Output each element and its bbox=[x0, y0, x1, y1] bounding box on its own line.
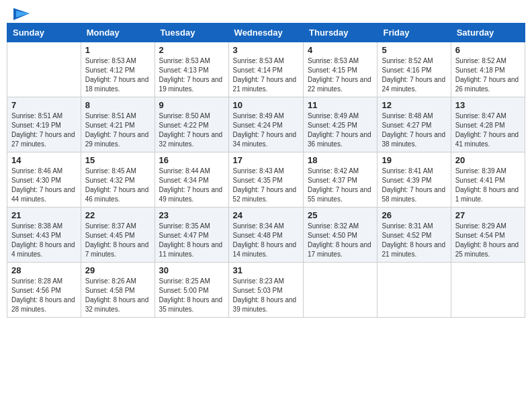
day-number: 25 bbox=[308, 210, 373, 220]
day-info: Sunrise: 8:53 AMSunset: 4:13 PMDaylight:… bbox=[159, 56, 224, 94]
day-cell bbox=[7, 42, 81, 97]
day-number: 21 bbox=[11, 210, 77, 220]
day-number: 29 bbox=[85, 265, 150, 275]
day-number: 1 bbox=[85, 45, 150, 55]
day-cell: 12Sunrise: 8:48 AMSunset: 4:27 PMDayligh… bbox=[378, 97, 451, 152]
day-info: Sunrise: 8:53 AMSunset: 4:15 PMDaylight:… bbox=[308, 56, 373, 94]
day-cell: 17Sunrise: 8:43 AMSunset: 4:35 PMDayligh… bbox=[228, 152, 303, 208]
day-number: 23 bbox=[159, 210, 224, 220]
day-cell: 24Sunrise: 8:34 AMSunset: 4:48 PMDayligh… bbox=[228, 208, 303, 263]
day-cell: 27Sunrise: 8:29 AMSunset: 4:54 PMDayligh… bbox=[451, 208, 525, 263]
day-cell: 9Sunrise: 8:50 AMSunset: 4:22 PMDaylight… bbox=[154, 97, 228, 152]
day-number: 5 bbox=[382, 45, 446, 55]
day-cell: 30Sunrise: 8:25 AMSunset: 5:00 PMDayligh… bbox=[154, 263, 228, 318]
week-row-4: 21Sunrise: 8:38 AMSunset: 4:43 PMDayligh… bbox=[7, 208, 525, 263]
logo-icon bbox=[7, 7, 32, 23]
day-number: 8 bbox=[85, 100, 150, 110]
day-number: 9 bbox=[159, 100, 224, 110]
day-info: Sunrise: 8:44 AMSunset: 4:34 PMDaylight:… bbox=[159, 167, 224, 204]
day-info: Sunrise: 8:49 AMSunset: 4:24 PMDaylight:… bbox=[233, 111, 299, 149]
day-info: Sunrise: 8:41 AMSunset: 4:39 PMDaylight:… bbox=[382, 167, 446, 204]
day-number: 6 bbox=[455, 45, 521, 55]
day-number: 31 bbox=[233, 265, 299, 275]
day-cell: 14Sunrise: 8:46 AMSunset: 4:30 PMDayligh… bbox=[7, 152, 81, 208]
day-cell: 13Sunrise: 8:47 AMSunset: 4:28 PMDayligh… bbox=[451, 97, 525, 152]
day-info: Sunrise: 8:35 AMSunset: 4:47 PMDaylight:… bbox=[159, 222, 224, 259]
day-info: Sunrise: 8:52 AMSunset: 4:18 PMDaylight:… bbox=[455, 56, 521, 94]
calendar-header-row: SundayMondayTuesdayWednesdayThursdayFrid… bbox=[7, 24, 525, 42]
day-info: Sunrise: 8:23 AMSunset: 5:03 PMDaylight:… bbox=[233, 277, 299, 314]
day-info: Sunrise: 8:38 AMSunset: 4:43 PMDaylight:… bbox=[11, 222, 77, 259]
day-info: Sunrise: 8:34 AMSunset: 4:48 PMDaylight:… bbox=[233, 222, 299, 259]
day-number: 17 bbox=[233, 155, 299, 165]
col-header-tuesday: Tuesday bbox=[154, 24, 228, 42]
day-cell bbox=[378, 263, 451, 318]
day-info: Sunrise: 8:48 AMSunset: 4:27 PMDaylight:… bbox=[382, 111, 446, 149]
day-info: Sunrise: 8:51 AMSunset: 4:21 PMDaylight:… bbox=[85, 111, 150, 149]
day-cell: 28Sunrise: 8:28 AMSunset: 4:56 PMDayligh… bbox=[7, 263, 81, 318]
day-info: Sunrise: 8:32 AMSunset: 4:50 PMDaylight:… bbox=[308, 222, 373, 259]
week-row-1: 1Sunrise: 8:53 AMSunset: 4:12 PMDaylight… bbox=[7, 42, 525, 97]
day-number: 14 bbox=[11, 155, 77, 165]
day-cell: 4Sunrise: 8:53 AMSunset: 4:15 PMDaylight… bbox=[304, 42, 378, 97]
day-cell: 6Sunrise: 8:52 AMSunset: 4:18 PMDaylight… bbox=[451, 42, 525, 97]
day-cell: 22Sunrise: 8:37 AMSunset: 4:45 PMDayligh… bbox=[81, 208, 154, 263]
day-cell: 15Sunrise: 8:45 AMSunset: 4:32 PMDayligh… bbox=[81, 152, 154, 208]
day-cell: 25Sunrise: 8:32 AMSunset: 4:50 PMDayligh… bbox=[304, 208, 378, 263]
day-number: 15 bbox=[85, 155, 150, 165]
day-cell: 2Sunrise: 8:53 AMSunset: 4:13 PMDaylight… bbox=[154, 42, 228, 97]
day-number: 27 bbox=[455, 210, 521, 220]
day-cell: 26Sunrise: 8:31 AMSunset: 4:52 PMDayligh… bbox=[378, 208, 451, 263]
day-cell: 18Sunrise: 8:42 AMSunset: 4:37 PMDayligh… bbox=[304, 152, 378, 208]
day-number: 2 bbox=[159, 45, 224, 55]
day-info: Sunrise: 8:28 AMSunset: 4:56 PMDaylight:… bbox=[11, 277, 77, 314]
day-info: Sunrise: 8:52 AMSunset: 4:16 PMDaylight:… bbox=[382, 56, 446, 94]
day-cell: 5Sunrise: 8:52 AMSunset: 4:16 PMDaylight… bbox=[378, 42, 451, 97]
day-cell: 8Sunrise: 8:51 AMSunset: 4:21 PMDaylight… bbox=[81, 97, 154, 152]
day-info: Sunrise: 8:45 AMSunset: 4:32 PMDaylight:… bbox=[85, 167, 150, 204]
day-info: Sunrise: 8:50 AMSunset: 4:22 PMDaylight:… bbox=[159, 111, 224, 149]
day-number: 22 bbox=[85, 210, 150, 220]
day-cell bbox=[451, 263, 525, 318]
day-info: Sunrise: 8:49 AMSunset: 4:25 PMDaylight:… bbox=[308, 111, 373, 149]
col-header-thursday: Thursday bbox=[304, 24, 378, 42]
day-cell: 29Sunrise: 8:26 AMSunset: 4:58 PMDayligh… bbox=[81, 263, 154, 318]
day-number: 28 bbox=[11, 265, 77, 275]
day-info: Sunrise: 8:53 AMSunset: 4:12 PMDaylight:… bbox=[85, 56, 150, 94]
page-header bbox=[7, 7, 525, 19]
day-number: 4 bbox=[308, 45, 373, 55]
day-info: Sunrise: 8:51 AMSunset: 4:19 PMDaylight:… bbox=[11, 111, 77, 149]
col-header-wednesday: Wednesday bbox=[228, 24, 303, 42]
day-cell: 23Sunrise: 8:35 AMSunset: 4:47 PMDayligh… bbox=[154, 208, 228, 263]
day-number: 16 bbox=[159, 155, 224, 165]
day-cell: 21Sunrise: 8:38 AMSunset: 4:43 PMDayligh… bbox=[7, 208, 81, 263]
week-row-5: 28Sunrise: 8:28 AMSunset: 4:56 PMDayligh… bbox=[7, 263, 525, 318]
day-number: 11 bbox=[308, 100, 373, 110]
day-cell: 7Sunrise: 8:51 AMSunset: 4:19 PMDaylight… bbox=[7, 97, 81, 152]
col-header-sunday: Sunday bbox=[7, 24, 81, 42]
week-row-2: 7Sunrise: 8:51 AMSunset: 4:19 PMDaylight… bbox=[7, 97, 525, 152]
day-info: Sunrise: 8:39 AMSunset: 4:41 PMDaylight:… bbox=[455, 167, 521, 204]
day-number: 7 bbox=[11, 100, 77, 110]
day-number: 10 bbox=[233, 100, 299, 110]
day-info: Sunrise: 8:47 AMSunset: 4:28 PMDaylight:… bbox=[455, 111, 521, 149]
day-info: Sunrise: 8:29 AMSunset: 4:54 PMDaylight:… bbox=[455, 222, 521, 259]
day-info: Sunrise: 8:43 AMSunset: 4:35 PMDaylight:… bbox=[233, 167, 299, 204]
day-cell: 31Sunrise: 8:23 AMSunset: 5:03 PMDayligh… bbox=[228, 263, 303, 318]
day-number: 18 bbox=[308, 155, 373, 165]
day-cell: 16Sunrise: 8:44 AMSunset: 4:34 PMDayligh… bbox=[154, 152, 228, 208]
day-number: 20 bbox=[455, 155, 521, 165]
day-info: Sunrise: 8:31 AMSunset: 4:52 PMDaylight:… bbox=[382, 222, 446, 259]
day-cell: 20Sunrise: 8:39 AMSunset: 4:41 PMDayligh… bbox=[451, 152, 525, 208]
day-number: 30 bbox=[159, 265, 224, 275]
day-number: 3 bbox=[233, 45, 299, 55]
day-number: 24 bbox=[233, 210, 299, 220]
day-number: 13 bbox=[455, 100, 521, 110]
col-header-friday: Friday bbox=[378, 24, 451, 42]
day-cell: 3Sunrise: 8:53 AMSunset: 4:14 PMDaylight… bbox=[228, 42, 303, 97]
calendar-table: SundayMondayTuesdayWednesdayThursdayFrid… bbox=[7, 23, 525, 318]
day-info: Sunrise: 8:25 AMSunset: 5:00 PMDaylight:… bbox=[159, 277, 224, 314]
col-header-saturday: Saturday bbox=[451, 24, 525, 42]
day-info: Sunrise: 8:42 AMSunset: 4:37 PMDaylight:… bbox=[308, 167, 373, 204]
day-number: 26 bbox=[382, 210, 446, 220]
